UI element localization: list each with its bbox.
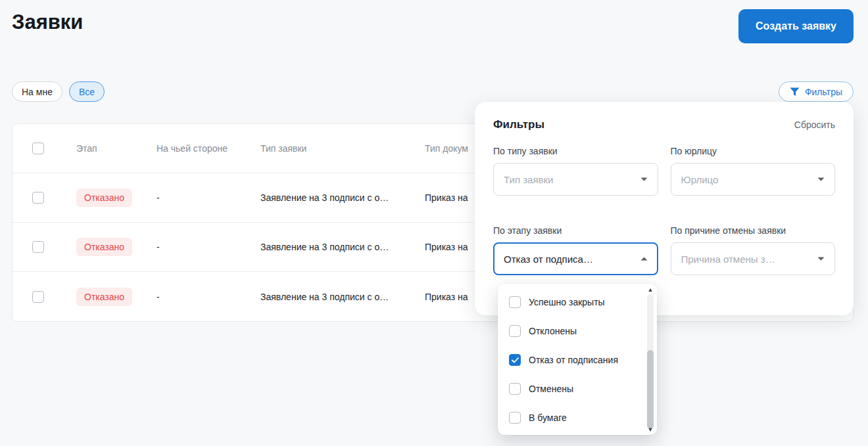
cell-side: - (157, 192, 260, 203)
legal-entity-select[interactable]: Юрлицо (671, 163, 836, 196)
select-all-checkbox[interactable] (32, 143, 44, 154)
chip-all[interactable]: Все (69, 81, 105, 102)
column-header-stage: Этап (76, 143, 157, 154)
page-title: Заявки (12, 11, 83, 34)
column-header-side: На чьей стороне (157, 143, 260, 154)
field-legal-entity: По юрлицу Юрлицо (671, 146, 836, 196)
select-value: Юрлицо (681, 174, 719, 185)
row-checkbox[interactable] (32, 192, 44, 204)
stage-dropdown-menu: Успешно закрыты Отклонены Отказ от подпи… (498, 284, 657, 435)
scroll-up-icon[interactable]: ▲ (646, 286, 654, 293)
stage-select[interactable]: Отказ от подписа… (493, 242, 658, 275)
dropdown-option[interactable]: В бумаге (498, 403, 657, 432)
cancel-reason-select[interactable]: Причина отмены з… (671, 242, 836, 275)
option-label: Отклонены (529, 326, 577, 336)
chevron-up-icon (640, 257, 648, 261)
cell-request-type: Заявление на 3 подписи с о… (260, 292, 425, 302)
option-checkbox[interactable] (509, 296, 521, 308)
dropdown-scrollbar-thumb[interactable] (647, 350, 654, 429)
filters-button[interactable]: Фильтры (779, 81, 854, 102)
funnel-icon (790, 87, 800, 97)
filters-button-label: Фильтры (805, 87, 842, 97)
row-checkbox[interactable] (32, 241, 44, 253)
dropdown-option[interactable]: Отклонены (498, 317, 657, 346)
option-checkbox[interactable] (509, 383, 521, 395)
status-badge: Отказано (76, 189, 132, 207)
cell-request-type: Заявление на 3 подписи с о… (260, 192, 425, 203)
dropdown-scrollbar-track[interactable] (647, 294, 654, 424)
option-label: Отменены (529, 384, 573, 394)
reset-filters-link[interactable]: Сбросить (794, 120, 835, 130)
select-value: Отказ от подписа… (504, 254, 593, 265)
option-label: Успешно закрыты (529, 297, 605, 307)
check-icon (512, 357, 519, 363)
field-cancel-reason: По причине отмены заявки Причина отмены … (671, 225, 836, 275)
dropdown-option[interactable]: Успешно закрыты (498, 288, 657, 317)
cell-side: - (157, 292, 260, 302)
chevron-down-icon (817, 257, 825, 261)
chevron-down-icon (817, 177, 825, 181)
option-label: В бумаге (529, 413, 567, 423)
select-value: Тип заявки (504, 174, 553, 185)
option-checkbox-checked[interactable] (509, 354, 521, 366)
status-badge: Отказано (76, 238, 132, 256)
row-checkbox[interactable] (32, 291, 44, 303)
cell-side: - (157, 242, 260, 252)
chip-on-me[interactable]: На мне (12, 81, 62, 102)
column-header-request-type: Тип заявки (260, 143, 425, 154)
option-label: Отказ от подписания (529, 355, 618, 365)
scroll-down-icon[interactable]: ▼ (646, 426, 654, 433)
field-label: По причине отмены заявки (671, 225, 836, 236)
field-label: По этапу заявки (493, 225, 658, 236)
option-checkbox[interactable] (509, 412, 521, 424)
status-badge: Отказано (76, 288, 132, 306)
request-type-select[interactable]: Тип заявки (493, 163, 658, 196)
field-label: По типу заявки (493, 146, 658, 156)
filters-panel-title: Фильтры (493, 118, 544, 131)
field-label: По юрлицу (671, 146, 836, 156)
chevron-down-icon (640, 177, 648, 181)
create-request-button[interactable]: Создать заявку (738, 9, 854, 43)
dropdown-option[interactable]: Отказ от подписания (498, 346, 657, 374)
filter-chips: На мне Все (12, 81, 105, 102)
option-checkbox[interactable] (509, 325, 521, 337)
cell-request-type: Заявление на 3 подписи с о… (260, 242, 425, 252)
dropdown-option[interactable]: Отменены (498, 374, 657, 403)
field-stage: По этапу заявки Отказ от подписа… (493, 225, 658, 275)
field-request-type: По типу заявки Тип заявки (493, 146, 658, 196)
select-value: Причина отмены з… (681, 254, 775, 265)
